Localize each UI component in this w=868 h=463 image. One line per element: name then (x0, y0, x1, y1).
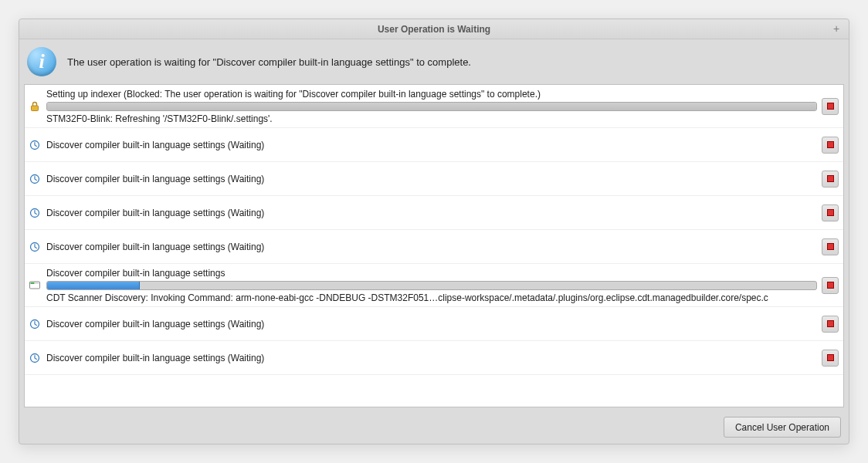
stop-icon (827, 354, 834, 361)
clock-icon (28, 131, 42, 158)
clock-icon (28, 344, 42, 371)
stop-button[interactable] (822, 316, 839, 333)
task-row: Discover compiler built-in language sett… (25, 341, 843, 375)
task-detail: CDT Scanner Discovery: Invoking Command:… (46, 292, 817, 303)
button-bar: Cancel User Operation (19, 412, 849, 444)
svg-rect-6 (31, 282, 35, 284)
task-row: Discover compiler built-in language sett… (25, 162, 843, 196)
progress-fill (47, 282, 140, 289)
progress-fill (47, 103, 816, 110)
task-title: Discover compiler built-in language sett… (46, 319, 817, 330)
titlebar: User Operation is Waiting + (19, 19, 849, 39)
svg-rect-7 (35, 282, 39, 284)
dialog-header: i The user operation is waiting for "Dis… (19, 39, 849, 84)
task-row: Discover compiler built-in language sett… (25, 196, 843, 230)
task-title: Discover compiler built-in language sett… (46, 353, 817, 363)
task-body: Discover compiler built-in language sett… (46, 344, 817, 371)
task-list-container: Setting up indexer (Blocked: The user op… (24, 84, 844, 407)
stop-button[interactable] (822, 171, 839, 188)
task-row: Discover compiler built-in language sett… (25, 307, 843, 341)
titlebar-title: User Operation is Waiting (378, 24, 490, 35)
task-title: Discover compiler built-in language sett… (46, 140, 817, 150)
clock-icon (28, 199, 42, 226)
task-detail: STM32F0-Blink: Refreshing '/STM32F0-Blin… (46, 113, 817, 124)
task-row: Discover compiler built-in language sett… (25, 230, 843, 264)
task-body: Discover compiler built-in language sett… (46, 131, 817, 158)
task-title: Discover compiler built-in language sett… (46, 208, 817, 218)
task-body: Setting up indexer (Blocked: The user op… (46, 88, 817, 124)
stop-icon (827, 103, 834, 110)
stop-button[interactable] (822, 137, 839, 154)
task-row: Setting up indexer (Blocked: The user op… (25, 85, 843, 128)
stop-button[interactable] (822, 277, 839, 294)
svg-rect-0 (32, 106, 39, 111)
task-title: Discover compiler built-in language sett… (46, 174, 817, 184)
task-row: Discover compiler built-in language sett… (25, 128, 843, 162)
task-title: Discover compiler built-in language sett… (46, 268, 817, 279)
console-icon (28, 267, 42, 303)
header-message: The user operation is waiting for "Disco… (67, 56, 471, 68)
task-body: Discover compiler built-in language sett… (46, 310, 817, 337)
stop-button[interactable] (822, 98, 839, 115)
stop-button[interactable] (822, 238, 839, 255)
clock-icon (28, 310, 42, 337)
task-list[interactable]: Setting up indexer (Blocked: The user op… (24, 84, 844, 407)
task-row: Discover compiler built-in language sett… (25, 264, 843, 307)
lock-icon (28, 88, 42, 124)
clock-icon (28, 165, 42, 192)
stop-icon (827, 243, 834, 250)
progress-bar (46, 102, 817, 111)
titlebar-maximize-icon[interactable]: + (830, 22, 843, 35)
stop-button[interactable] (822, 204, 839, 221)
info-icon: i (27, 47, 56, 76)
task-body: Discover compiler built-in language sett… (46, 233, 817, 260)
clock-icon (28, 233, 42, 260)
stop-icon (827, 175, 834, 182)
dialog-window: User Operation is Waiting + i The user o… (19, 19, 849, 444)
cancel-user-operation-button[interactable]: Cancel User Operation (724, 417, 841, 438)
stop-icon (827, 141, 834, 148)
task-title: Discover compiler built-in language sett… (46, 242, 817, 252)
task-body: Discover compiler built-in language sett… (46, 199, 817, 226)
task-title: Setting up indexer (Blocked: The user op… (46, 89, 817, 100)
stop-icon (827, 209, 834, 216)
task-body: Discover compiler built-in language sett… (46, 267, 817, 303)
stop-icon (827, 282, 834, 289)
stop-button[interactable] (822, 350, 839, 367)
stop-icon (827, 320, 834, 327)
task-body: Discover compiler built-in language sett… (46, 165, 817, 192)
progress-bar (46, 281, 817, 290)
